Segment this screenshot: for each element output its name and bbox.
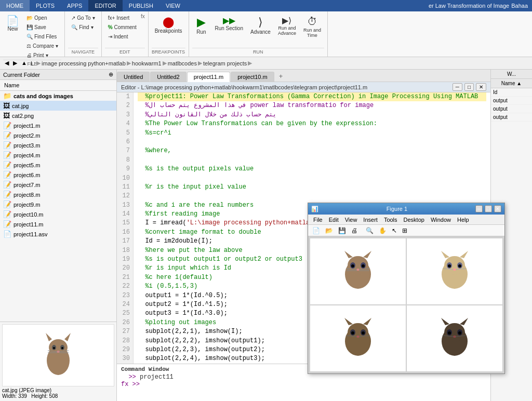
svg-point-21 [362, 264, 365, 268]
svg-point-47 [362, 331, 365, 335]
menu-view[interactable]: VIEW [159, 0, 187, 11]
figure-restore[interactable]: □ [485, 205, 492, 212]
title-buttons: ─ □ ✕ [453, 83, 486, 91]
breakpoints-button[interactable]: ⬤ Breakpoints [152, 14, 185, 36]
file-cat2-png[interactable]: 🖼 cat2.png [0, 111, 116, 121]
print-button[interactable]: 🖨 Print ▾ [23, 51, 61, 60]
new-button[interactable]: 📄 New [3, 14, 22, 34]
fig-menu-help[interactable]: Help [454, 216, 472, 223]
workspace-item-output1[interactable]: output [491, 97, 532, 105]
run-section-button[interactable]: ▶▶ Run Section [212, 14, 246, 33]
workspace-item-output2[interactable]: output [491, 105, 532, 113]
menu-editor[interactable]: EDITOR [88, 0, 122, 11]
bp-section-label: BREAKPOINTS [152, 48, 185, 55]
goto-button[interactable]: ↗ Go To ▾ [68, 14, 98, 22]
file-project11-asv[interactable]: 📄 project11.asv [0, 229, 116, 239]
ribbon-file-buttons: 📄 New 📂 Open 💾 Save 🔍 Find Files [3, 14, 61, 60]
fig-menu-window[interactable]: Window [428, 216, 454, 223]
breadcrumb-item-4[interactable]: telegram projects [203, 60, 247, 66]
file-cat-jpg[interactable]: 🖼 cat.jpg [0, 101, 116, 111]
run-button[interactable]: ▶ Run [192, 14, 211, 37]
fig-menu-tools[interactable]: Tools [381, 216, 401, 223]
name-sort-button[interactable]: Name [2, 81, 21, 89]
file-project3[interactable]: 📝 project3.m [0, 140, 116, 150]
workspace-item-id[interactable]: Id [491, 88, 532, 97]
svg-point-6 [53, 347, 55, 349]
code-line-7: %where, [138, 146, 486, 155]
fig-menu-insert[interactable]: Insert [360, 216, 381, 223]
editor-maximize[interactable]: □ [464, 83, 474, 91]
run-and-advance-button[interactable]: ▶⟩ Run and Advance [275, 14, 299, 38]
menu-plots[interactable]: PLOTS [30, 0, 61, 11]
run-section-icon: ▶▶ [223, 16, 235, 25]
file-project9[interactable]: 📝 project9.m [0, 199, 116, 209]
breadcrumb-item-0[interactable]: L: [31, 60, 35, 66]
figure-title-bar: 📊 Figure 1 ─ □ ✕ [308, 203, 504, 215]
comment-icon: % [108, 24, 113, 30]
breadcrumb-item-1[interactable]: image processing python+matlab [42, 60, 126, 66]
breadcrumb-item-3[interactable]: matlbcodes [168, 60, 197, 66]
fig-cursor-btn[interactable]: ↖ [390, 226, 399, 235]
run-and-time-button[interactable]: ⏱ Run and Time [300, 14, 324, 40]
file-project2[interactable]: 📝 project2.m [0, 130, 116, 140]
fig-menu-file[interactable]: File [310, 216, 326, 223]
m-icon: 📝 [3, 200, 11, 208]
figure-close[interactable]: ✕ [494, 205, 501, 212]
file-project7[interactable]: 📝 project7.m [0, 180, 116, 190]
code-line-3: %يتم حساب ذلك من خلال القانون التالي [138, 111, 486, 119]
tab-project11[interactable]: project11.m [187, 72, 230, 82]
left-panel: Current Folder ⊕ Name 📁 cats and dogs im… [0, 70, 117, 401]
tab-untitled[interactable]: Untitled [117, 72, 150, 82]
fig-menu-edit[interactable]: Edit [326, 216, 342, 223]
editor-close[interactable]: ✕ [476, 83, 486, 91]
ribbon-navigate-buttons: ↗ Go To ▾ 🔍 Find ▾ [68, 14, 98, 48]
indent-button[interactable]: ⇥ Indent [105, 32, 140, 41]
advance-button[interactable]: ⟩ Advance [247, 14, 274, 37]
new-tab-button[interactable]: + [275, 71, 287, 82]
breadcrumb-item-2[interactable]: hookwarm1 [132, 60, 162, 66]
file-name: project10.m [14, 211, 43, 218]
save-button[interactable]: 💾 Save [23, 23, 61, 32]
fig-new-btn[interactable]: 📄 [310, 226, 322, 235]
fig-save-btn[interactable]: 💾 [336, 226, 348, 235]
compare-button[interactable]: ⚖ Compare ▾ [23, 42, 61, 50]
find-button[interactable]: 🔍 Find ▾ [68, 23, 98, 32]
forward-icon[interactable]: ▶ [11, 59, 19, 68]
menu-home[interactable]: HOME [0, 0, 30, 11]
fig-menu-view[interactable]: View [342, 216, 361, 223]
file-project4[interactable]: 📝 project4.m [0, 150, 116, 160]
ribbon-navigate: ↗ Go To ▾ 🔍 Find ▾ NAVIGATE [65, 11, 102, 57]
up-icon[interactable]: ▲ [20, 59, 29, 68]
fig-open-btn[interactable]: 📂 [323, 226, 335, 235]
file-project6[interactable]: 📝 project6.m [0, 170, 116, 180]
fig-zoom-btn[interactable]: 🔍 [364, 226, 376, 235]
fig-menu-desktop[interactable]: Desktop [401, 216, 428, 223]
file-name: project3.m [14, 142, 40, 149]
panel-expand-icon[interactable]: ⊕ [109, 71, 113, 78]
menu-apps[interactable]: APPS [61, 0, 88, 11]
fig-pan-btn[interactable]: ✋ [377, 226, 389, 235]
file-project1[interactable]: 📝 project1.m [0, 121, 116, 130]
back-icon[interactable]: ◀ [3, 59, 10, 68]
file-project5[interactable]: 📝 project5.m [0, 160, 116, 170]
file-project8[interactable]: 📝 project8.m [0, 190, 116, 199]
comment-button[interactable]: % Comment [105, 23, 140, 32]
figure-minimize[interactable]: ─ [475, 205, 483, 212]
editor-minimize[interactable]: ─ [453, 83, 462, 91]
file-name: project5.m [14, 162, 40, 168]
file-project10[interactable]: 📝 project10.m [0, 209, 116, 219]
file-project11[interactable]: 📝 project11.m [0, 219, 116, 229]
fig-table-btn[interactable]: ⊞ [400, 226, 409, 235]
goto-icon: ↗ [71, 15, 75, 21]
cmd-prompt-line[interactable]: fx >> [121, 381, 486, 388]
insert-button[interactable]: fx+ Insert [105, 14, 140, 22]
tab-untitled2[interactable]: Untitled2 [150, 72, 186, 82]
fig-print-btn[interactable]: 🖨 [349, 226, 360, 235]
workspace-item-output3[interactable]: output [491, 113, 532, 122]
tab-project10[interactable]: project10.m [231, 72, 274, 82]
ribbon-run: ▶ Run ▶▶ Run Section ⟩ Advance ▶⟩ Run an… [189, 11, 328, 57]
menu-publish[interactable]: PUBLISH [123, 0, 159, 11]
folder-cats-dogs[interactable]: 📁 cats and dogs images [0, 91, 116, 101]
open-button[interactable]: 📂 Open [23, 14, 61, 22]
find-files-button[interactable]: 🔍 Find Files [23, 32, 61, 41]
